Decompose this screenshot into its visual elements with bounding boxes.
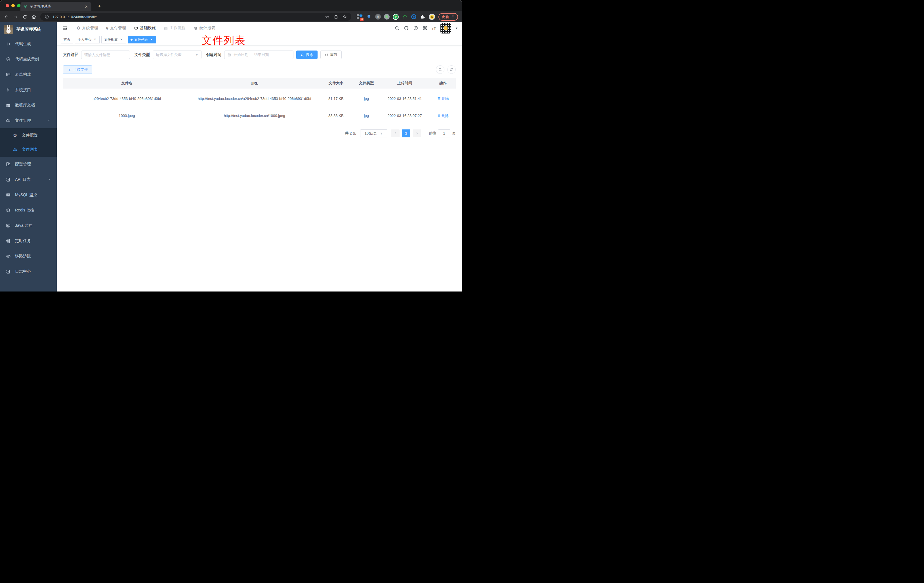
- extension-command-icon[interactable]: ⌘: [375, 14, 381, 20]
- file-type-select[interactable]: 请选择文件类型 ▼: [153, 51, 201, 59]
- goto-page-input[interactable]: [438, 129, 450, 137]
- cell-time: 2022-03-16 23:07:27: [379, 109, 430, 123]
- bookmark-star-icon[interactable]: [342, 13, 348, 20]
- upload-file-button[interactable]: ＋ 上传文件: [63, 65, 92, 74]
- close-window-button[interactable]: [6, 4, 9, 7]
- monitor-chart-icon: [6, 192, 11, 198]
- end-date-placeholder[interactable]: 结束日期: [254, 52, 269, 57]
- briefcase-icon: [164, 26, 168, 30]
- top-menu-report[interactable]: 统计报表: [193, 26, 215, 31]
- sidebar-item-mysql-monitor[interactable]: MySQL 监控: [0, 187, 57, 203]
- sidebar-item-config-manage[interactable]: 配置管理: [0, 157, 57, 172]
- file-path-input[interactable]: [84, 53, 127, 57]
- sidebar-item-system-api[interactable]: 系统接口: [0, 82, 57, 97]
- sidebar-item-db-doc[interactable]: 数据库文档: [0, 97, 57, 113]
- file-type-label: 文件类型: [135, 52, 150, 57]
- sidebar-item-code-gen[interactable]: 代码生成: [0, 36, 57, 52]
- tag-profile[interactable]: 个人中心 ✕: [75, 36, 100, 43]
- maximize-window-button[interactable]: [17, 4, 20, 7]
- chevron-down-icon: [48, 177, 51, 182]
- sidebar-fold-button[interactable]: [61, 24, 69, 32]
- top-menu-pay[interactable]: ¥ 支付管理: [106, 26, 126, 31]
- col-filename: 文件名: [63, 78, 191, 89]
- sidebar-item-file-list[interactable]: 文件列表: [0, 142, 57, 157]
- chevron-down-icon: ▼: [380, 132, 383, 135]
- extension-emoji-icon[interactable]: [429, 13, 435, 20]
- top-menu-workflow[interactable]: 工作流程: [164, 26, 186, 31]
- sidebar-item-file-config[interactable]: ⚙ 文件配置: [0, 128, 57, 142]
- top-menu-infra[interactable]: 基础设施: [134, 26, 156, 31]
- github-icon[interactable]: [404, 26, 409, 31]
- extension-puzzle-icon[interactable]: [419, 13, 426, 20]
- password-key-icon[interactable]: [324, 13, 330, 20]
- sidebar-item-redis-monitor[interactable]: Redis 监控: [0, 203, 57, 218]
- delete-button[interactable]: 删除: [437, 113, 449, 119]
- sidebar-item-scheduled-task[interactable]: 定时任务: [0, 233, 57, 249]
- tag-file-list[interactable]: 文件列表 ✕: [128, 36, 156, 43]
- sidebar-item-code-demo[interactable]: 代码生成示例: [0, 52, 57, 67]
- help-icon[interactable]: [413, 26, 418, 31]
- fold-menu-icon: [63, 26, 68, 31]
- cell-type: jpg: [353, 89, 379, 109]
- sidebar-item-file-manage[interactable]: 文件管理: [0, 113, 57, 128]
- chevron-left-icon: [394, 132, 397, 135]
- sidebar-item-trace[interactable]: 链路追踪: [0, 249, 57, 264]
- current-page-button[interactable]: 1: [402, 129, 410, 137]
- sidebar-item-java-monitor[interactable]: Java 监控: [0, 218, 57, 233]
- extension-star-icon[interactable]: [402, 13, 408, 20]
- prev-page-button[interactable]: [391, 129, 399, 137]
- fullscreen-icon[interactable]: [422, 26, 428, 31]
- extension-tampermonkey-icon[interactable]: 11: [356, 13, 363, 20]
- site-info-icon[interactable]: [44, 13, 50, 20]
- share-icon[interactable]: [333, 13, 339, 20]
- col-url: URL: [191, 78, 318, 89]
- search-icon: [438, 68, 442, 71]
- kebab-menu-icon[interactable]: ⋮: [451, 15, 455, 19]
- browser-update-button[interactable]: 更新 ⋮: [439, 13, 458, 21]
- search-button[interactable]: 搜索: [296, 51, 318, 59]
- extension-ring-icon[interactable]: [411, 14, 416, 19]
- new-tab-button[interactable]: +: [95, 2, 103, 10]
- avatar[interactable]: [441, 23, 451, 33]
- extension-y-icon[interactable]: y: [393, 14, 399, 20]
- edit-square-icon: [6, 162, 11, 167]
- top-menu-system[interactable]: ⚙ 系统管理: [77, 26, 98, 31]
- extension-recorder-icon[interactable]: [384, 14, 389, 20]
- browser-tab[interactable]: 芋道管理系统 ✕: [20, 2, 91, 12]
- delete-button[interactable]: 删除: [437, 95, 449, 101]
- tag-file-config[interactable]: 文件配置 ✕: [101, 36, 126, 43]
- gear-icon: ⚙: [77, 26, 80, 31]
- tag-close-icon[interactable]: ✕: [119, 38, 123, 41]
- address-bar[interactable]: 127.0.0.1:1024/infra/file/file: [40, 13, 351, 21]
- caret-down-icon[interactable]: ▼: [455, 27, 458, 30]
- search-button[interactable]: [394, 26, 399, 31]
- filter-form: 文件路径 文件类型 请选择文件类型 ▼ 创建时间 开始日期 - 结束日期: [63, 51, 456, 59]
- tag-close-icon[interactable]: ✕: [150, 38, 153, 41]
- url-text[interactable]: 127.0.0.1:1024/infra/file/file: [53, 15, 97, 19]
- sidebar-item-form-builder[interactable]: 表单构建: [0, 67, 57, 82]
- font-size-icon[interactable]: TT: [432, 26, 436, 31]
- reset-button[interactable]: 重置: [320, 51, 342, 59]
- reload-button[interactable]: [20, 13, 29, 21]
- extension-gem-icon[interactable]: [366, 13, 372, 20]
- forward-button[interactable]: [12, 13, 20, 21]
- tab-close-icon[interactable]: ✕: [84, 4, 89, 9]
- cell-type: jpg: [353, 109, 379, 123]
- next-page-button[interactable]: [412, 129, 421, 137]
- date-range-picker[interactable]: 开始日期 - 结束日期: [224, 51, 294, 59]
- page-unit-label: 页: [452, 131, 456, 136]
- sidebar-item-log-center[interactable]: 日志中心: [0, 264, 57, 279]
- tag-home[interactable]: 首页: [61, 36, 73, 43]
- top-menu: ⚙ 系统管理 ¥ 支付管理 基础设施 工作流程: [77, 26, 215, 31]
- sidebar-logo[interactable]: 芋道管理系统: [0, 22, 57, 36]
- refresh-table-button[interactable]: [447, 65, 456, 74]
- start-date-placeholder[interactable]: 开始日期: [234, 52, 248, 57]
- back-button[interactable]: [2, 13, 11, 21]
- show-search-button[interactable]: [436, 65, 444, 74]
- home-button[interactable]: [30, 13, 38, 21]
- sidebar-item-api-log[interactable]: API 日志: [0, 172, 57, 187]
- page-size-select[interactable]: 10条/页 ▼: [360, 129, 387, 137]
- tag-close-icon[interactable]: ✕: [93, 38, 97, 41]
- minimize-window-button[interactable]: [12, 4, 15, 7]
- file-manage-submenu: ⚙ 文件配置 文件列表: [0, 128, 57, 157]
